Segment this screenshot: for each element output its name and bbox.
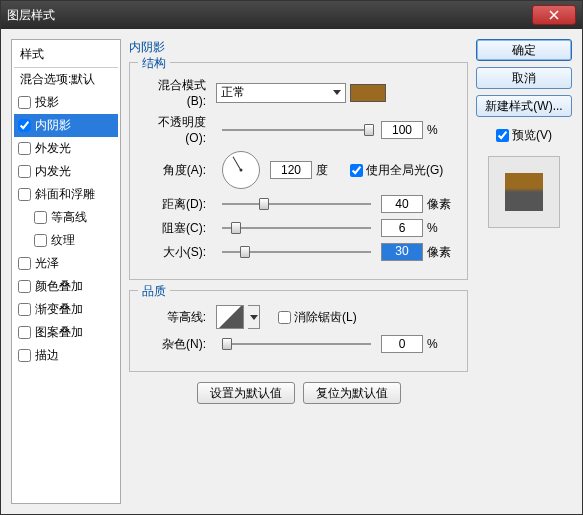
- distance-label: 距离(D):: [140, 196, 212, 213]
- effect-title: 内阴影: [129, 39, 468, 62]
- style-item[interactable]: 外发光: [14, 137, 118, 160]
- distance-input[interactable]: [381, 195, 423, 213]
- choke-input[interactable]: [381, 219, 423, 237]
- new-style-button[interactable]: 新建样式(W)...: [476, 95, 572, 117]
- style-item-label: 颜色叠加: [35, 278, 83, 295]
- style-item[interactable]: 内发光: [14, 160, 118, 183]
- style-item-label: 投影: [35, 94, 59, 111]
- opacity-input[interactable]: [381, 121, 423, 139]
- preview-checkbox[interactable]: 预览(V): [476, 127, 572, 144]
- style-item[interactable]: 描边: [14, 344, 118, 367]
- blend-mode-label: 混合模式(B):: [140, 77, 212, 108]
- action-panel: 确定 取消 新建样式(W)... 预览(V): [476, 39, 572, 504]
- opacity-label: 不透明度(O):: [140, 114, 212, 145]
- global-light-input[interactable]: [350, 164, 363, 177]
- style-item-label: 内阴影: [35, 117, 71, 134]
- choke-slider[interactable]: [222, 227, 371, 229]
- global-light-checkbox[interactable]: 使用全局光(G): [350, 162, 443, 179]
- style-item-checkbox[interactable]: [18, 326, 31, 339]
- distance-slider[interactable]: [222, 203, 371, 205]
- contour-picker[interactable]: [216, 305, 244, 329]
- style-item-checkbox[interactable]: [18, 257, 31, 270]
- style-item-label: 描边: [35, 347, 59, 364]
- angle-input[interactable]: [270, 161, 312, 179]
- blend-options-default[interactable]: 混合选项:默认: [14, 68, 118, 91]
- style-item-checkbox[interactable]: [18, 280, 31, 293]
- distance-unit: 像素: [427, 196, 457, 213]
- contour-dropdown[interactable]: [248, 305, 260, 329]
- style-item-label: 图案叠加: [35, 324, 83, 341]
- preview-swatch: [505, 173, 543, 211]
- chevron-down-icon: [333, 90, 341, 95]
- make-default-button[interactable]: 设置为默认值: [197, 382, 295, 404]
- reset-default-button[interactable]: 复位为默认值: [303, 382, 401, 404]
- angle-dial[interactable]: [222, 151, 260, 189]
- chevron-down-icon: [250, 315, 258, 320]
- style-item-checkbox[interactable]: [18, 303, 31, 316]
- ok-button[interactable]: 确定: [476, 39, 572, 61]
- size-unit: 像素: [427, 244, 457, 261]
- style-item-label: 斜面和浮雕: [35, 186, 95, 203]
- structure-legend: 结构: [138, 55, 170, 72]
- angle-label: 角度(A):: [140, 162, 212, 179]
- style-item[interactable]: 内阴影: [14, 114, 118, 137]
- dialog-content: 样式 混合选项:默认 投影内阴影外发光内发光斜面和浮雕等高线纹理光泽颜色叠加渐变…: [1, 29, 582, 514]
- opacity-slider[interactable]: [222, 129, 371, 131]
- choke-label: 阻塞(C):: [140, 220, 212, 237]
- quality-legend: 品质: [138, 283, 170, 300]
- noise-label: 杂色(N):: [140, 336, 212, 353]
- antialias-input[interactable]: [278, 311, 291, 324]
- contour-label: 等高线:: [140, 309, 212, 326]
- close-icon: [549, 10, 559, 20]
- style-item[interactable]: 渐变叠加: [14, 298, 118, 321]
- style-item-checkbox[interactable]: [18, 188, 31, 201]
- size-input[interactable]: 30: [381, 243, 423, 261]
- style-item-label: 渐变叠加: [35, 301, 83, 318]
- style-item[interactable]: 斜面和浮雕: [14, 183, 118, 206]
- style-item-checkbox[interactable]: [18, 119, 31, 132]
- style-item[interactable]: 颜色叠加: [14, 275, 118, 298]
- style-item-label: 外发光: [35, 140, 71, 157]
- style-item[interactable]: 图案叠加: [14, 321, 118, 344]
- layer-style-dialog: 图层样式 样式 混合选项:默认 投影内阴影外发光内发光斜面和浮雕等高线纹理光泽颜…: [0, 0, 583, 515]
- cancel-button[interactable]: 取消: [476, 67, 572, 89]
- style-item-label: 纹理: [51, 232, 75, 249]
- opacity-unit: %: [427, 123, 457, 137]
- style-item[interactable]: 投影: [14, 91, 118, 114]
- quality-fieldset: 品质 等高线: 消除锯齿(L) 杂色(N): %: [129, 290, 468, 372]
- structure-fieldset: 结构 混合模式(B): 正常 不透明度(O): % 角度(A):: [129, 62, 468, 280]
- close-button[interactable]: [532, 5, 576, 25]
- titlebar: 图层样式: [1, 1, 582, 29]
- blend-mode-value: 正常: [221, 84, 245, 101]
- window-title: 图层样式: [7, 7, 532, 24]
- size-label: 大小(S):: [140, 244, 212, 261]
- styles-list-panel: 样式 混合选项:默认 投影内阴影外发光内发光斜面和浮雕等高线纹理光泽颜色叠加渐变…: [11, 39, 121, 504]
- settings-panel: 内阴影 结构 混合模式(B): 正常 不透明度(O): %: [129, 39, 468, 504]
- style-item-label: 等高线: [51, 209, 87, 226]
- noise-slider[interactable]: [222, 343, 371, 345]
- style-item-checkbox[interactable]: [18, 96, 31, 109]
- noise-input[interactable]: [381, 335, 423, 353]
- preview-box: [488, 156, 560, 228]
- blend-mode-combo[interactable]: 正常: [216, 83, 346, 103]
- styles-header: 样式: [14, 42, 118, 68]
- style-item-checkbox[interactable]: [34, 234, 47, 247]
- style-item-label: 光泽: [35, 255, 59, 272]
- noise-unit: %: [427, 337, 457, 351]
- antialias-checkbox[interactable]: 消除锯齿(L): [278, 309, 357, 326]
- angle-unit: 度: [316, 162, 346, 179]
- style-item[interactable]: 纹理: [14, 229, 118, 252]
- color-swatch[interactable]: [350, 84, 386, 102]
- style-item[interactable]: 等高线: [14, 206, 118, 229]
- preview-input[interactable]: [496, 129, 509, 142]
- choke-unit: %: [427, 221, 457, 235]
- style-item-checkbox[interactable]: [34, 211, 47, 224]
- style-item-checkbox[interactable]: [18, 165, 31, 178]
- size-slider[interactable]: [222, 251, 371, 253]
- style-item-checkbox[interactable]: [18, 142, 31, 155]
- style-item-label: 内发光: [35, 163, 71, 180]
- style-item[interactable]: 光泽: [14, 252, 118, 275]
- style-item-checkbox[interactable]: [18, 349, 31, 362]
